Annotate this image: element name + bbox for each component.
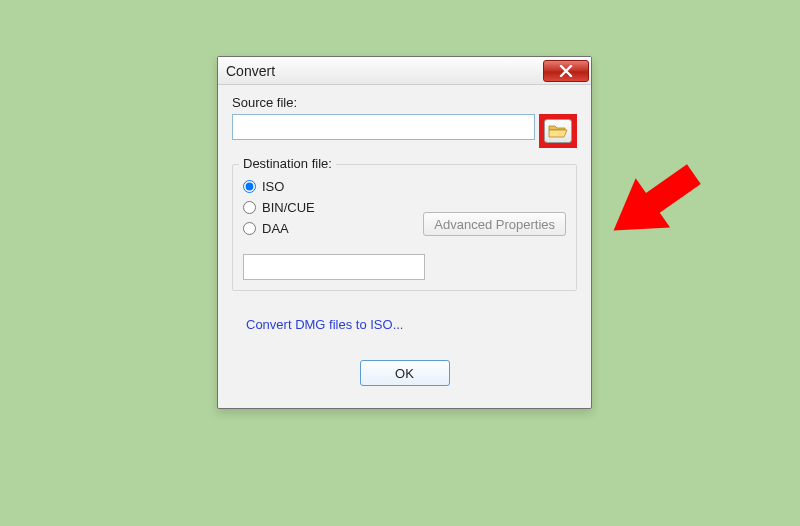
dialog-body: Source file: Destination file:: [218, 85, 591, 408]
source-file-row: [232, 114, 577, 148]
radio-iso-row: ISO: [243, 179, 566, 194]
destination-group: Destination file: ISO BIN/CUE DAA: [232, 164, 577, 291]
radio-iso-label[interactable]: ISO: [262, 179, 284, 194]
radio-daa[interactable]: [243, 222, 256, 235]
folder-open-icon: [548, 123, 568, 139]
ok-button[interactable]: OK: [360, 360, 450, 386]
source-file-input[interactable]: [232, 114, 535, 140]
browse-highlight: [539, 114, 577, 148]
close-button[interactable]: [543, 60, 589, 82]
titlebar: Convert: [218, 57, 591, 85]
radio-bincue-label[interactable]: BIN/CUE: [262, 200, 315, 215]
source-file-label: Source file:: [232, 95, 577, 110]
destination-file-input[interactable]: [243, 254, 425, 280]
radio-iso[interactable]: [243, 180, 256, 193]
svg-marker-0: [596, 150, 711, 255]
stage: Convert Source file:: [0, 0, 800, 526]
dialog-footer: OK: [232, 360, 577, 394]
window-title: Convert: [226, 63, 275, 79]
pointer-arrow-icon: [592, 140, 722, 260]
radio-bincue[interactable]: [243, 201, 256, 214]
destination-file-label: Destination file:: [239, 156, 336, 171]
radio-daa-label[interactable]: DAA: [262, 221, 289, 236]
browse-button[interactable]: [544, 119, 572, 143]
convert-dmg-link[interactable]: Convert DMG files to ISO...: [246, 317, 577, 332]
convert-dialog: Convert Source file:: [217, 56, 592, 409]
advanced-properties-button: Advanced Properties: [423, 212, 566, 236]
close-icon: [559, 65, 573, 77]
